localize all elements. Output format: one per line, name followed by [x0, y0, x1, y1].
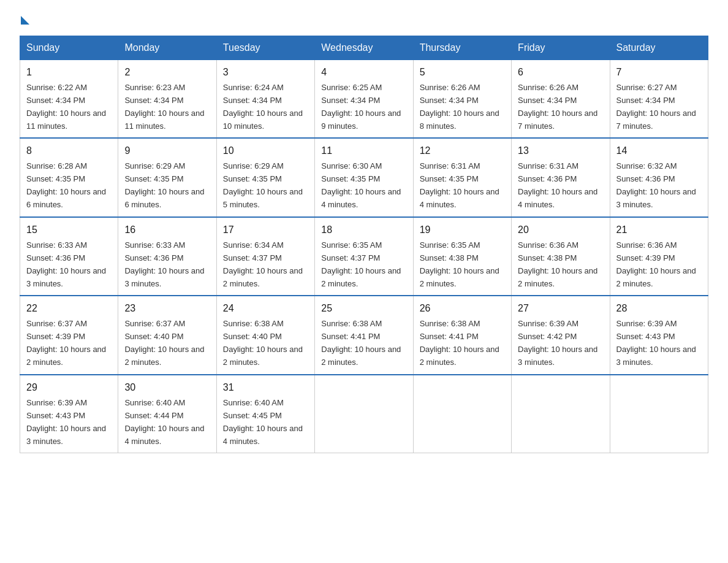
day-number: 14: [616, 144, 702, 159]
day-cell: 9Sunrise: 6:29 AMSunset: 4:35 PMDaylight…: [118, 138, 216, 216]
day-number: 28: [616, 301, 702, 316]
day-info: Sunrise: 6:37 AMSunset: 4:40 PMDaylight:…: [124, 319, 204, 367]
day-info: Sunrise: 6:24 AMSunset: 4:34 PMDaylight:…: [223, 83, 303, 131]
day-cell: 14Sunrise: 6:32 AMSunset: 4:36 PMDayligh…: [610, 138, 708, 216]
day-cell: 18Sunrise: 6:35 AMSunset: 4:37 PMDayligh…: [315, 217, 413, 296]
day-number: 20: [518, 223, 603, 238]
day-cell: 19Sunrise: 6:35 AMSunset: 4:38 PMDayligh…: [413, 217, 511, 296]
day-info: Sunrise: 6:27 AMSunset: 4:34 PMDaylight:…: [616, 83, 696, 131]
day-info: Sunrise: 6:40 AMSunset: 4:44 PMDaylight:…: [124, 398, 204, 446]
day-number: 21: [616, 223, 702, 238]
day-number: 30: [124, 380, 210, 396]
day-cell: 23Sunrise: 6:37 AMSunset: 4:40 PMDayligh…: [118, 296, 216, 374]
day-header-thursday: Thursday: [413, 36, 511, 60]
day-cell: 25Sunrise: 6:38 AMSunset: 4:41 PMDayligh…: [315, 296, 413, 374]
day-cell: 7Sunrise: 6:27 AMSunset: 4:34 PMDaylight…: [610, 60, 708, 139]
day-info: Sunrise: 6:36 AMSunset: 4:38 PMDaylight:…: [518, 240, 597, 288]
day-number: 24: [223, 301, 308, 316]
day-number: 4: [321, 65, 406, 80]
day-cell: 17Sunrise: 6:34 AMSunset: 4:37 PMDayligh…: [216, 217, 314, 296]
day-number: 10: [223, 144, 308, 159]
calendar-table: SundayMondayTuesdayWednesdayThursdayFrid…: [20, 36, 708, 453]
day-header-monday: Monday: [118, 36, 216, 60]
day-info: Sunrise: 6:29 AMSunset: 4:35 PMDaylight:…: [223, 161, 303, 209]
day-info: Sunrise: 6:34 AMSunset: 4:37 PMDaylight:…: [223, 240, 303, 288]
day-number: 27: [518, 301, 603, 316]
day-cell: 28Sunrise: 6:39 AMSunset: 4:43 PMDayligh…: [610, 296, 708, 374]
day-cell: 10Sunrise: 6:29 AMSunset: 4:35 PMDayligh…: [216, 138, 314, 216]
week-row-4: 22Sunrise: 6:37 AMSunset: 4:39 PMDayligh…: [20, 296, 708, 374]
day-info: Sunrise: 6:28 AMSunset: 4:35 PMDaylight:…: [26, 161, 106, 209]
week-row-5: 29Sunrise: 6:39 AMSunset: 4:43 PMDayligh…: [20, 375, 708, 453]
day-info: Sunrise: 6:35 AMSunset: 4:38 PMDaylight:…: [420, 240, 499, 288]
day-cell: 5Sunrise: 6:26 AMSunset: 4:34 PMDaylight…: [413, 60, 511, 139]
week-row-2: 8Sunrise: 6:28 AMSunset: 4:35 PMDaylight…: [20, 138, 708, 216]
calendar-header-row: SundayMondayTuesdayWednesdayThursdayFrid…: [20, 36, 708, 60]
day-number: 17: [223, 223, 308, 238]
day-cell: 12Sunrise: 6:31 AMSunset: 4:35 PMDayligh…: [413, 138, 511, 216]
day-cell: 6Sunrise: 6:26 AMSunset: 4:34 PMDaylight…: [512, 60, 610, 139]
page-header: [20, 15, 708, 25]
day-number: 11: [321, 144, 406, 159]
day-number: 26: [420, 301, 505, 316]
day-info: Sunrise: 6:31 AMSunset: 4:35 PMDaylight:…: [420, 161, 499, 209]
day-info: Sunrise: 6:39 AMSunset: 4:43 PMDaylight:…: [26, 398, 106, 446]
day-cell: 8Sunrise: 6:28 AMSunset: 4:35 PMDaylight…: [20, 138, 118, 216]
day-number: 19: [420, 223, 505, 238]
day-cell: 3Sunrise: 6:24 AMSunset: 4:34 PMDaylight…: [216, 60, 314, 139]
day-info: Sunrise: 6:39 AMSunset: 4:42 PMDaylight:…: [518, 319, 597, 367]
day-info: Sunrise: 6:38 AMSunset: 4:41 PMDaylight:…: [321, 319, 401, 367]
day-info: Sunrise: 6:26 AMSunset: 4:34 PMDaylight:…: [518, 83, 597, 131]
day-header-sunday: Sunday: [20, 36, 118, 60]
day-cell: 11Sunrise: 6:30 AMSunset: 4:35 PMDayligh…: [315, 138, 413, 216]
day-number: 7: [616, 65, 702, 80]
day-info: Sunrise: 6:36 AMSunset: 4:39 PMDaylight:…: [616, 240, 696, 288]
day-number: 29: [26, 380, 112, 396]
logo-arrow-icon: [21, 16, 29, 25]
day-number: 1: [26, 65, 112, 80]
day-info: Sunrise: 6:22 AMSunset: 4:34 PMDaylight:…: [26, 83, 106, 131]
day-cell: 22Sunrise: 6:37 AMSunset: 4:39 PMDayligh…: [20, 296, 118, 374]
day-info: Sunrise: 6:23 AMSunset: 4:34 PMDaylight:…: [124, 83, 204, 131]
day-header-wednesday: Wednesday: [315, 36, 413, 60]
day-header-friday: Friday: [512, 36, 610, 60]
day-number: 12: [420, 144, 505, 159]
day-number: 25: [321, 301, 406, 316]
day-info: Sunrise: 6:40 AMSunset: 4:45 PMDaylight:…: [223, 398, 303, 446]
day-info: Sunrise: 6:39 AMSunset: 4:43 PMDaylight:…: [616, 319, 696, 367]
day-info: Sunrise: 6:29 AMSunset: 4:35 PMDaylight:…: [124, 161, 204, 209]
day-number: 31: [223, 380, 308, 396]
day-cell: 16Sunrise: 6:33 AMSunset: 4:36 PMDayligh…: [118, 217, 216, 296]
day-header-tuesday: Tuesday: [216, 36, 314, 60]
day-cell: 31Sunrise: 6:40 AMSunset: 4:45 PMDayligh…: [216, 375, 314, 453]
day-number: 15: [26, 223, 112, 238]
day-info: Sunrise: 6:33 AMSunset: 4:36 PMDaylight:…: [26, 240, 106, 288]
day-info: Sunrise: 6:35 AMSunset: 4:37 PMDaylight:…: [321, 240, 401, 288]
day-cell: 15Sunrise: 6:33 AMSunset: 4:36 PMDayligh…: [20, 217, 118, 296]
day-number: 6: [518, 65, 603, 80]
day-cell: 29Sunrise: 6:39 AMSunset: 4:43 PMDayligh…: [20, 375, 118, 453]
day-number: 16: [124, 223, 210, 238]
day-info: Sunrise: 6:32 AMSunset: 4:36 PMDaylight:…: [616, 161, 696, 209]
day-cell: 4Sunrise: 6:25 AMSunset: 4:34 PMDaylight…: [315, 60, 413, 139]
day-header-saturday: Saturday: [610, 36, 708, 60]
day-cell: [413, 375, 511, 453]
day-number: 13: [518, 144, 603, 159]
day-cell: 21Sunrise: 6:36 AMSunset: 4:39 PMDayligh…: [610, 217, 708, 296]
day-number: 22: [26, 301, 112, 316]
day-info: Sunrise: 6:38 AMSunset: 4:41 PMDaylight:…: [420, 319, 499, 367]
day-cell: 24Sunrise: 6:38 AMSunset: 4:40 PMDayligh…: [216, 296, 314, 374]
day-number: 3: [223, 65, 308, 80]
day-info: Sunrise: 6:25 AMSunset: 4:34 PMDaylight:…: [321, 83, 401, 131]
day-info: Sunrise: 6:37 AMSunset: 4:39 PMDaylight:…: [26, 319, 106, 367]
day-cell: 20Sunrise: 6:36 AMSunset: 4:38 PMDayligh…: [512, 217, 610, 296]
day-info: Sunrise: 6:33 AMSunset: 4:36 PMDaylight:…: [124, 240, 204, 288]
week-row-3: 15Sunrise: 6:33 AMSunset: 4:36 PMDayligh…: [20, 217, 708, 296]
day-cell: [512, 375, 610, 453]
day-cell: 30Sunrise: 6:40 AMSunset: 4:44 PMDayligh…: [118, 375, 216, 453]
day-info: Sunrise: 6:26 AMSunset: 4:34 PMDaylight:…: [420, 83, 499, 131]
day-info: Sunrise: 6:30 AMSunset: 4:35 PMDaylight:…: [321, 161, 401, 209]
day-cell: 1Sunrise: 6:22 AMSunset: 4:34 PMDaylight…: [20, 60, 118, 139]
day-info: Sunrise: 6:38 AMSunset: 4:40 PMDaylight:…: [223, 319, 303, 367]
logo: [20, 15, 29, 25]
